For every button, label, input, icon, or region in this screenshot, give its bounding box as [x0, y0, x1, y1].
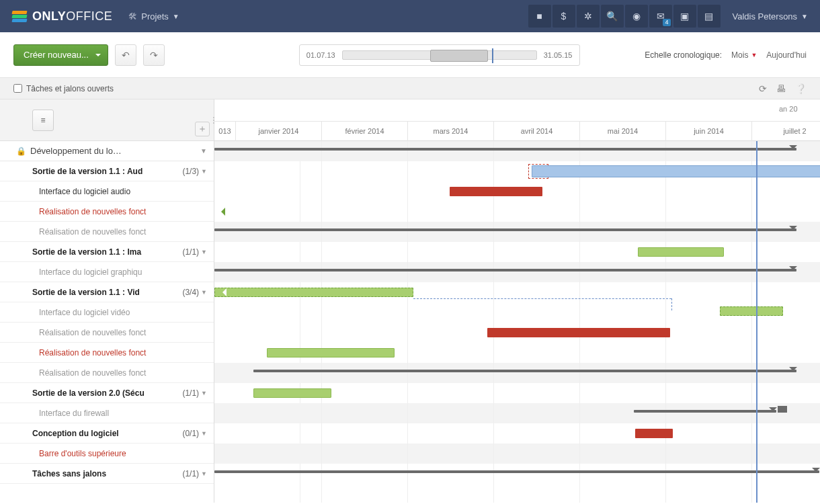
help-icon[interactable]: ❔ [795, 83, 807, 94]
topbar: ONLYOFFICE 🛠 Projets ▼ ■ $ ✲ 🔍 ◉ ✉4 ▣ ▤ … [0, 0, 820, 32]
chevron-down-icon: ▼ [200, 147, 207, 155]
video-icon[interactable]: ■ [528, 5, 551, 28]
currency-icon[interactable]: $ [552, 5, 575, 28]
project-header[interactable]: 🔒 Développement du lo… ▼ [0, 141, 214, 161]
sidebar-menu-button[interactable]: ≡ [32, 110, 54, 131]
mail-badge: 4 [663, 19, 670, 26]
slider-handle[interactable] [430, 50, 488, 62]
task-row[interactable]: Sortie de la version 1.1 : Vid(3/4) ▼ [0, 282, 214, 302]
chevron-down-icon: ▼ [173, 13, 179, 20]
month-cell: 013 [214, 121, 236, 141]
task-row[interactable]: Sortie de la version 1.1 : Ima(1/1) ▼ [0, 242, 214, 262]
gantt-bar[interactable] [214, 148, 796, 151]
year-label: an 20 [779, 105, 798, 117]
logo-text-thin: OFFICE [66, 9, 112, 24]
mail-icon[interactable]: ✉4 [649, 5, 672, 28]
chevron-down-icon: ▼ [751, 52, 757, 58]
slider-today-marker [492, 48, 493, 63]
lock-icon: 🔒 [16, 146, 26, 156]
month-cell: juin 2014 [666, 121, 752, 141]
task-row[interactable]: Réalisation de nouvelles fonct [0, 202, 214, 222]
logo-mark-icon [12, 9, 27, 24]
open-tasks-checkbox[interactable] [13, 84, 22, 93]
filter-row: Tâches et jalons ouverts ⟳ 🖶 ❔ [0, 78, 820, 99]
month-cell: juillet 2 [752, 121, 820, 141]
task-row[interactable]: Interface du logiciel graphiqu [0, 262, 214, 282]
gantt-bar[interactable] [214, 470, 819, 473]
today-line [756, 141, 757, 503]
gantt-body [214, 141, 820, 503]
task-sidebar: ≡ ＋ 🔒 Développement du lo… ▼ Sortie de l… [0, 99, 214, 503]
toolbar: Créer nouveau... ↶ ↷ 01.07.13 31.05.15 E… [0, 32, 820, 78]
gantt-bar[interactable] [634, 410, 776, 413]
task-row[interactable]: Réalisation de nouvelles fonct [0, 343, 214, 363]
task-row[interactable]: Réalisation de nouvelles fonct [0, 222, 214, 242]
gantt-bar[interactable] [450, 187, 542, 196]
scale-select[interactable]: Mois▼ [731, 50, 757, 60]
gantt-bar[interactable] [720, 306, 783, 316]
gantt-bar[interactable] [214, 228, 796, 231]
slider-track[interactable] [342, 50, 537, 60]
month-cell: avril 2014 [494, 121, 580, 141]
month-cell: janvier 2014 [236, 121, 322, 141]
month-cell: février 2014 [322, 121, 408, 141]
task-row[interactable]: Interface du logiciel audio [0, 181, 214, 202]
task-row[interactable]: Sortie de la version 2.0 (Sécu(1/1) ▼ [0, 383, 214, 403]
date-from: 01.07.13 [306, 51, 335, 59]
logo-text-bold: ONLY [32, 9, 66, 24]
task-row[interactable]: Interface du firewall [0, 403, 214, 423]
gantt-bar[interactable] [487, 328, 670, 337]
task-row[interactable]: Barre d'outils supérieure [0, 444, 214, 464]
chevron-down-icon: ▼ [801, 13, 808, 20]
refresh-icon[interactable]: ⟳ [759, 83, 767, 94]
gantt-bar[interactable] [253, 370, 796, 372]
main-split: ≡ ＋ 🔒 Développement du lo… ▼ Sortie de l… [0, 99, 820, 503]
user-menu[interactable]: Valdis Petersons ▼ [733, 11, 809, 22]
gantt-chart[interactable]: an 20 013janvier 2014février 2014mars 20… [214, 99, 820, 503]
create-button[interactable]: Créer nouveau... [13, 44, 108, 66]
task-row[interactable]: Tâches sans jalons(1/1) ▼ [0, 464, 214, 484]
task-row[interactable]: Interface du logiciel vidéo [0, 302, 214, 323]
open-tasks-label: Tâches et jalons ouverts [26, 84, 114, 93]
redo-button[interactable]: ↷ [143, 44, 165, 66]
sidebar-head: ≡ ＋ [0, 99, 214, 141]
month-cell: mai 2014 [580, 121, 666, 141]
gantt-header: an 20 013janvier 2014février 2014mars 20… [214, 99, 820, 141]
date-range-slider[interactable]: 01.07.13 31.05.15 [299, 44, 580, 66]
gantt-bar[interactable] [638, 247, 724, 257]
task-row[interactable]: Conception du logiciel(0/1) ▼ [0, 423, 214, 444]
module-selector[interactable]: 🛠 Projets ▼ [128, 11, 179, 22]
month-cell: mars 2014 [408, 121, 494, 141]
gantt-bar[interactable] [253, 388, 331, 398]
task-row[interactable]: Réalisation de nouvelles fonct [0, 323, 214, 343]
gantt-bar[interactable] [214, 269, 796, 271]
gantt-bar[interactable] [214, 288, 413, 297]
search-icon[interactable]: 🔍 [601, 5, 624, 28]
chat-icon[interactable]: ▣ [673, 5, 696, 28]
logo[interactable]: ONLYOFFICE [12, 9, 112, 24]
settings-gear-icon[interactable]: ✲ [577, 5, 600, 28]
gantt-bar[interactable] [532, 165, 820, 177]
task-list: Sortie de la version 1.1 : Aud(1/3) ▼Int… [0, 161, 214, 503]
project-title: Développement du lo… [30, 146, 122, 156]
today-button[interactable]: Aujourd'hui [766, 50, 807, 60]
task-row[interactable]: Sortie de la version 1.1 : Aud(1/3) ▼ [0, 161, 214, 181]
module-label: Projets [141, 11, 168, 22]
add-button[interactable]: ＋ [195, 122, 210, 136]
task-row[interactable]: Réalisation de nouvelles fonct [0, 363, 214, 383]
feed-icon[interactable]: ◉ [625, 5, 648, 28]
calendar-icon[interactable]: ▤ [698, 5, 721, 28]
gantt-bar[interactable] [635, 429, 673, 438]
undo-button[interactable]: ↶ [115, 44, 136, 66]
scale-label: Echelle cronologique: [645, 50, 722, 60]
print-icon[interactable]: 🖶 [776, 83, 786, 94]
gantt-bar[interactable] [267, 348, 395, 358]
user-name: Valdis Petersons [733, 11, 798, 22]
top-icon-bar: ■ $ ✲ 🔍 ◉ ✉4 ▣ ▤ [528, 5, 721, 28]
date-to: 31.05.15 [544, 51, 573, 59]
wrench-icon: 🛠 [128, 11, 137, 22]
